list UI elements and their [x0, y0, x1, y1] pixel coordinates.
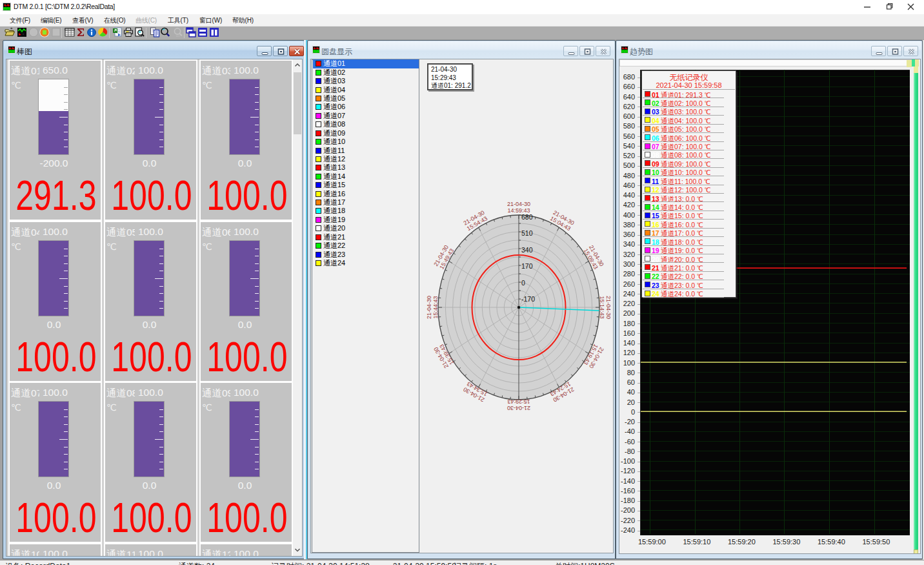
svg-text:21-04-30: 21-04-30 — [426, 296, 432, 319]
svg-text:510: 510 — [521, 229, 533, 237]
svg-text:14:59:43: 14:59:43 — [507, 207, 530, 214]
svg-text:0: 0 — [521, 279, 525, 287]
svg-text:680: 680 — [521, 213, 533, 221]
svg-text:21-04-30: 21-04-30 — [507, 405, 530, 411]
svg-text:15:44:43: 15:44:43 — [432, 296, 439, 318]
svg-text:15:29:43: 15:29:43 — [507, 398, 530, 405]
svg-text:-170: -170 — [521, 295, 535, 303]
svg-text:170: 170 — [521, 262, 533, 270]
svg-text:340: 340 — [521, 246, 533, 254]
svg-text:15:14:43: 15:14:43 — [599, 296, 605, 318]
svg-text:21-04-30: 21-04-30 — [507, 201, 530, 207]
svg-text:21-04-30: 21-04-30 — [605, 296, 612, 319]
